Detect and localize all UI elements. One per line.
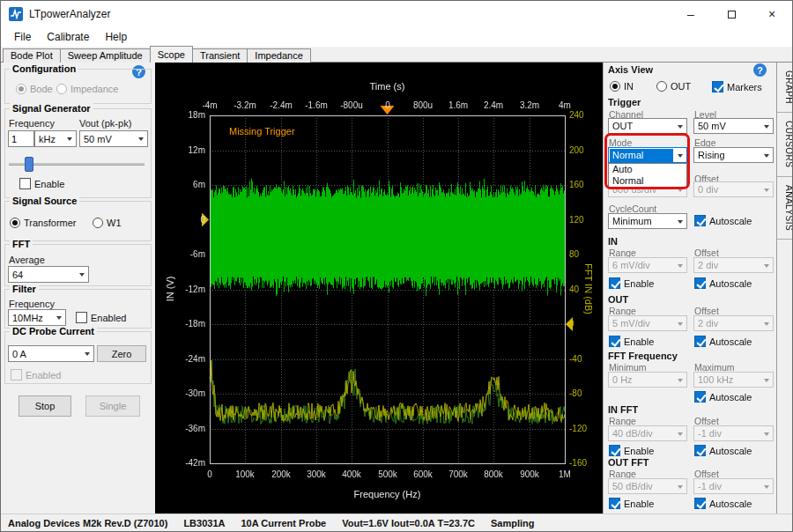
help-icon[interactable]: ? <box>753 63 767 77</box>
tab-bode-plot[interactable]: Bode Plot <box>3 48 61 63</box>
side-tab-cursors[interactable]: CURSORS <box>777 113 793 177</box>
time-tick: 0 <box>385 100 390 110</box>
chevron-down-icon <box>674 373 686 387</box>
time-tick: 800u <box>413 100 433 110</box>
chevron-down-icon <box>760 426 773 440</box>
checkbox-icon <box>712 81 723 92</box>
maximize-button[interactable] <box>711 1 752 27</box>
trigger-level-select[interactable]: 50 mV <box>693 118 774 134</box>
checkbox-icon <box>694 277 706 289</box>
minimize-button[interactable]: – <box>671 1 711 27</box>
frequency-input[interactable] <box>8 130 34 147</box>
chevron-down-icon <box>135 131 147 146</box>
trigger-edge-select[interactable]: Rising <box>693 147 774 163</box>
w1-radio[interactable]: W1 <box>93 218 122 228</box>
fft-tick: 200 <box>569 145 584 155</box>
in-enable-checkbox[interactable]: Enable <box>609 277 654 289</box>
fft-average-select[interactable]: 64 <box>8 266 89 283</box>
in-fft-enable-checkbox[interactable]: Enable <box>609 445 654 456</box>
in-fft-range-select[interactable]: 40 dB/div <box>608 425 687 441</box>
scope-plot-canvas[interactable] <box>155 63 603 514</box>
fft-frequency-autoscale-checkbox[interactable]: Autoscale <box>694 391 752 403</box>
axis-view-title: Axis View <box>608 64 653 75</box>
transformer-radio[interactable]: Transformer <box>10 218 77 228</box>
trigger-offset-select[interactable]: 0 div <box>693 181 774 197</box>
signal-enable-checkbox[interactable]: Enable <box>19 178 64 189</box>
out-fft-autoscale-checkbox[interactable]: Autoscale <box>694 498 752 509</box>
in-autoscale-checkbox[interactable]: Autoscale <box>694 277 752 289</box>
in-fft-offset-select[interactable]: -1 div <box>693 425 774 441</box>
in-fft-autoscale-checkbox[interactable]: Autoscale <box>694 445 752 456</box>
mode-option-normal[interactable]: Normal <box>609 175 686 187</box>
menu-calibrate[interactable]: Calibrate <box>39 28 97 46</box>
trigger-channel-select[interactable]: OUT <box>608 118 687 134</box>
left-config-panel: ? Configuration Bode Impedance Signal Ge… <box>1 63 155 514</box>
radio-icon <box>10 218 20 228</box>
dc-probe-enabled-checkbox[interactable]: Enabled <box>11 369 61 381</box>
trigger-mode-select[interactable]: Normal <box>608 147 687 163</box>
frequency-unit-select[interactable]: kHz <box>34 130 77 147</box>
impedance-radio[interactable]: Impedance <box>56 84 118 94</box>
in-fft-autoscale-label: Autoscale <box>709 446 752 456</box>
minimize-icon: – <box>687 7 694 21</box>
fft-maximum-select[interactable]: 100 kHz <box>693 372 774 388</box>
out-enable-checkbox[interactable]: Enable <box>609 336 654 347</box>
menu-file[interactable]: File <box>6 28 39 46</box>
bode-radio[interactable]: Bode <box>16 84 53 94</box>
fft-tick: 40 <box>569 284 579 294</box>
side-tab-analysis[interactable]: ANALYSIS <box>777 177 793 240</box>
cyclecount-select[interactable]: Minimum <box>608 213 687 229</box>
axis-in-radio[interactable]: IN <box>610 81 634 92</box>
fft-axis-title: FFT IN (dB) <box>583 263 594 314</box>
time-tick: -3.2m <box>233 100 256 110</box>
right-settings-panel: Axis View ? IN OUT Markers Trigger Chann… <box>603 63 776 514</box>
freq-tick: 0 <box>207 469 212 479</box>
dc-probe-current-select[interactable]: 0 A <box>8 345 94 362</box>
out-fft-range-select[interactable]: 50 dB/div <box>608 478 687 494</box>
out-enable-label: Enable <box>624 336 654 347</box>
in-range-select[interactable]: 6 mV/div <box>608 257 687 273</box>
chevron-down-icon <box>63 131 76 146</box>
single-button[interactable]: Single <box>85 395 140 417</box>
tab-sweep-amplitude[interactable]: Sweep Amplitude <box>60 48 151 63</box>
chevron-down-icon <box>760 148 773 162</box>
trigger-autoscale-checkbox[interactable]: Autoscale <box>694 215 752 226</box>
tab-strip: Bode Plot Sweep Amplitude Scope Transien… <box>1 47 792 63</box>
freq-tick: 1M <box>559 469 571 479</box>
axis-out-radio[interactable]: OUT <box>656 81 691 92</box>
fft-frequency-autoscale-label: Autoscale <box>709 392 752 403</box>
menu-help[interactable]: Help <box>97 28 135 46</box>
filter-frequency-value: 10MHz <box>9 313 53 323</box>
tab-scope[interactable]: Scope <box>150 46 193 63</box>
fft-tick: 80 <box>569 249 579 259</box>
amplitude-slider-thumb[interactable] <box>25 157 33 172</box>
radio-icon <box>656 81 667 92</box>
out-autoscale-checkbox[interactable]: Autoscale <box>694 336 752 347</box>
vout-select[interactable]: 50 mV <box>79 130 148 147</box>
fft-tick: 120 <box>569 215 584 225</box>
tab-transient[interactable]: Transient <box>192 48 248 63</box>
out-offset-select[interactable]: 2 div <box>693 315 774 331</box>
cyclecount-value: Minimum <box>609 216 674 226</box>
out-fft-enable-checkbox[interactable]: Enable <box>609 498 654 509</box>
chevron-down-icon <box>760 182 773 196</box>
filter-frequency-select[interactable]: 10MHz <box>8 309 66 326</box>
freq-tick: 200k <box>271 469 291 479</box>
out-range-select[interactable]: 5 mV/div <box>608 315 687 331</box>
stop-button[interactable]: Stop <box>19 395 71 417</box>
zero-button[interactable]: Zero <box>97 345 146 362</box>
side-tab-graph[interactable]: GRAPH <box>777 63 793 113</box>
fft-minimum-select[interactable]: 0 Hz <box>608 372 687 388</box>
close-icon: × <box>768 7 775 21</box>
filter-enabled-checkbox[interactable]: Enabled <box>76 312 126 323</box>
out-fft-offset-select[interactable]: -1 div <box>693 478 774 494</box>
markers-checkbox[interactable]: Markers <box>712 81 762 92</box>
checkbox-icon <box>609 445 620 456</box>
chevron-down-icon <box>674 316 686 330</box>
mode-option-auto[interactable]: Auto <box>609 164 686 175</box>
freq-tick: 600k <box>413 469 433 479</box>
tab-impedance[interactable]: Impedance <box>247 48 310 63</box>
close-button[interactable]: × <box>752 1 792 27</box>
in-offset-select[interactable]: 2 div <box>693 257 774 273</box>
filter-title: Filter <box>10 284 39 295</box>
